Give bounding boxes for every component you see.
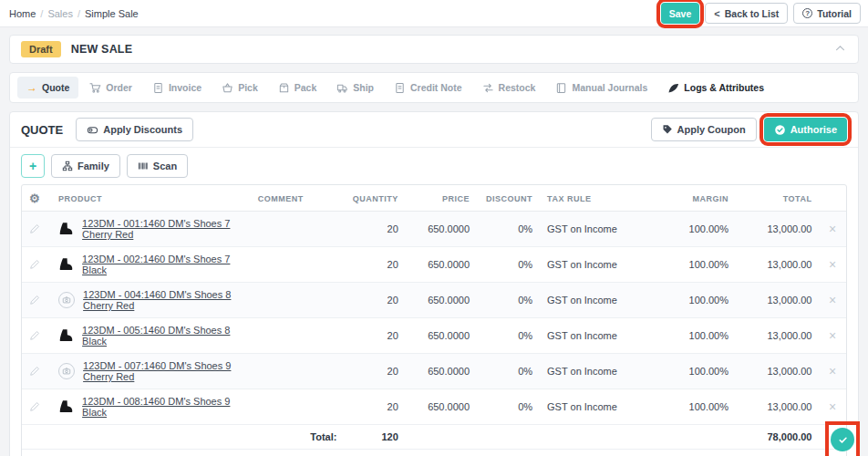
col-header-comment[interactable]: COMMENT: [251, 185, 345, 212]
comment-cell[interactable]: [251, 389, 345, 425]
tab-invoice[interactable]: Invoice: [143, 78, 211, 98]
quantity-cell[interactable]: 20: [344, 247, 405, 283]
gear-icon[interactable]: ⚙: [29, 192, 40, 205]
price-cell[interactable]: 650.0000: [406, 354, 477, 389]
tax-rule-cell[interactable]: GST on Income: [540, 389, 646, 425]
comment-cell[interactable]: [251, 212, 345, 247]
total-cell: 13,000.00: [736, 283, 819, 318]
tab-quote[interactable]: → Quote: [17, 77, 78, 98]
col-header-tax-rule[interactable]: TAX RULE: [540, 185, 646, 212]
tax-rule-cell[interactable]: GST on Income: [540, 318, 646, 354]
col-header-quantity[interactable]: QUANTITY: [344, 185, 405, 212]
tax-rule-cell[interactable]: GST on Income: [540, 283, 646, 318]
edit-pencil-icon[interactable]: [29, 401, 44, 412]
tab-pack[interactable]: Pack: [269, 78, 326, 98]
product-link[interactable]: 123DM - 004:1460 DM's Shoes 8 Cherry Red: [83, 289, 243, 311]
quote-toolbar: + Family Scan: [10, 148, 858, 184]
product-link[interactable]: 123DM - 002:1460 DM's Shoes 7 Black: [82, 254, 243, 275]
price-cell[interactable]: 650.0000: [406, 318, 477, 354]
product-link[interactable]: 123DM - 005:1460 DM's Shoes 8 Black: [82, 325, 243, 347]
tab-pick[interactable]: Pick: [212, 78, 267, 98]
remove-row-icon[interactable]: ×: [819, 354, 846, 389]
comment-cell[interactable]: [251, 283, 345, 318]
tab-restock[interactable]: Restock: [473, 78, 545, 98]
tab-order[interactable]: Order: [80, 78, 141, 98]
tab-manual-journals[interactable]: Manual Journals: [546, 78, 656, 98]
tutorial-button[interactable]: ? Tutorial: [793, 3, 861, 24]
quantity-cell[interactable]: 20: [344, 283, 405, 318]
remove-row-icon[interactable]: ×: [819, 247, 846, 283]
quantity-cell[interactable]: 20: [344, 354, 405, 389]
tab-ship[interactable]: Ship: [327, 78, 383, 98]
tab-logs-attributes[interactable]: Logs & Attributes: [658, 78, 773, 98]
total-cell: 13,000.00: [736, 354, 819, 389]
col-header-discount[interactable]: DISCOUNT: [477, 185, 540, 212]
product-link[interactable]: 123DM - 008:1460 DM's Shoes 9 Black: [82, 396, 243, 418]
tab-label: Credit Note: [410, 82, 462, 93]
document-icon: [152, 82, 164, 94]
discount-cell[interactable]: 0%: [477, 247, 540, 283]
discount-cell[interactable]: 0%: [477, 354, 540, 389]
quill-icon: [667, 82, 679, 94]
back-to-list-button[interactable]: < Back to List: [705, 3, 788, 24]
tab-label: Quote: [42, 82, 69, 93]
family-button[interactable]: Family: [51, 154, 120, 178]
authorise-button[interactable]: Authorise: [764, 118, 847, 141]
apply-discounts-label: Apply Discounts: [103, 124, 182, 135]
quantity-cell[interactable]: 20: [344, 212, 405, 247]
breadcrumb-sales[interactable]: Sales: [47, 8, 73, 19]
chevron-up-icon[interactable]: [835, 45, 845, 51]
save-button[interactable]: Save: [661, 3, 700, 24]
col-header-total[interactable]: TOTAL: [736, 185, 819, 212]
col-header-margin[interactable]: MARGIN: [646, 185, 736, 212]
comment-cell[interactable]: [251, 318, 345, 354]
add-line-button[interactable]: +: [21, 154, 45, 178]
comment-cell[interactable]: [251, 354, 345, 389]
col-header-product[interactable]: PRODUCT: [51, 185, 251, 212]
product-link[interactable]: 123DM - 001:1460 DM's Shoes 7 Cherry Red: [82, 218, 243, 240]
breadcrumb-separator: /: [40, 8, 43, 19]
confirm-fab-button[interactable]: [831, 428, 854, 451]
col-header-price[interactable]: PRICE: [406, 185, 477, 212]
apply-discounts-button[interactable]: Apply Discounts: [76, 118, 193, 141]
price-cell[interactable]: 650.0000: [406, 247, 477, 283]
table-row: 123DM - 007:1460 DM's Shoes 9 Cherry Red…: [22, 354, 846, 389]
quantity-cell[interactable]: 20: [344, 318, 405, 354]
edit-pencil-icon[interactable]: [29, 366, 44, 377]
truck-icon: [336, 82, 348, 94]
tax-rule-cell[interactable]: GST on Income: [540, 212, 646, 247]
edit-pencil-icon[interactable]: [29, 223, 44, 234]
apply-coupon-label: Apply Coupon: [677, 124, 746, 135]
price-cell[interactable]: 650.0000: [406, 389, 477, 425]
scan-button[interactable]: Scan: [127, 154, 188, 178]
discount-cell[interactable]: 0%: [477, 389, 540, 425]
price-cell[interactable]: 650.0000: [406, 283, 477, 318]
hierarchy-icon: [62, 161, 73, 171]
discount-cell[interactable]: 0%: [477, 318, 540, 354]
comment-cell[interactable]: [251, 247, 345, 283]
quantity-cell[interactable]: 20: [344, 389, 405, 425]
edit-pencil-icon[interactable]: [29, 259, 44, 270]
remove-row-icon[interactable]: ×: [819, 283, 846, 318]
tab-credit-note[interactable]: Credit Note: [385, 78, 471, 98]
document-icon: [394, 82, 406, 94]
sale-header-card: Draft NEW SALE: [9, 35, 859, 64]
tax-rule-cell[interactable]: GST on Income: [540, 247, 646, 283]
table-row: 123DM - 004:1460 DM's Shoes 8 Cherry Red…: [22, 283, 846, 318]
price-cell[interactable]: 650.0000: [406, 212, 477, 247]
margin-cell: 100.00%: [646, 389, 736, 425]
breadcrumb-home[interactable]: Home: [9, 8, 36, 19]
tax-rule-cell[interactable]: GST on Income: [540, 354, 646, 389]
back-to-list-label: Back to List: [725, 8, 780, 19]
tab-label: Logs & Attributes: [684, 82, 764, 93]
discount-cell[interactable]: 0%: [477, 283, 540, 318]
edit-pencil-icon[interactable]: [29, 330, 44, 341]
product-link[interactable]: 123DM - 007:1460 DM's Shoes 9 Cherry Red: [83, 360, 243, 382]
discount-cell[interactable]: 0%: [477, 212, 540, 247]
edit-pencil-icon[interactable]: [29, 295, 44, 306]
apply-coupon-button[interactable]: Apply Coupon: [651, 118, 757, 141]
remove-row-icon[interactable]: ×: [819, 212, 846, 247]
remove-row-icon[interactable]: ×: [819, 318, 846, 354]
authorise-label: Authorise: [790, 124, 837, 135]
remove-row-icon[interactable]: ×: [819, 389, 846, 425]
